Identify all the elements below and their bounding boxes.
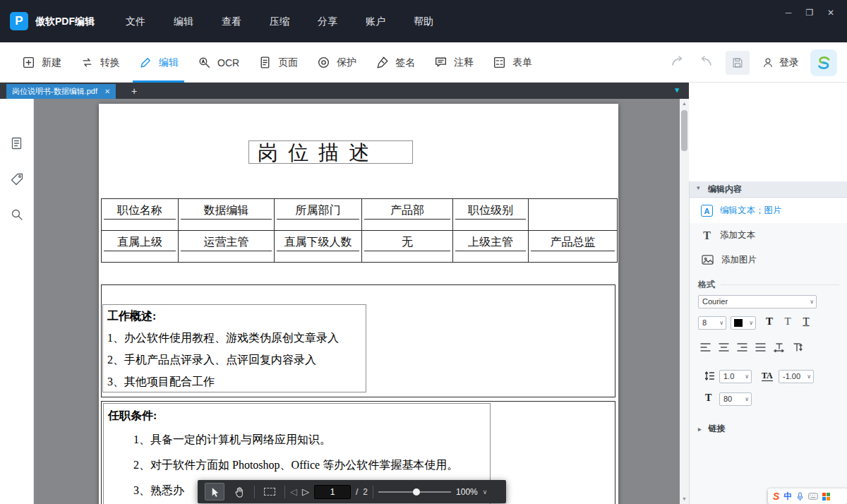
overview-heading[interactable]: 工作概述:	[107, 306, 366, 327]
table-cell[interactable]: 上级主管	[455, 233, 526, 251]
table-cell[interactable]: 无	[364, 233, 450, 251]
apowersoft-logo-button[interactable]	[810, 49, 837, 76]
align-justify-button[interactable]	[752, 341, 769, 354]
select-tool-button[interactable]	[205, 483, 224, 500]
convert-icon	[80, 55, 95, 70]
search-panel-button[interactable]	[9, 207, 25, 222]
align-left-button[interactable]	[697, 341, 714, 354]
table-cell[interactable]: 运营主管	[181, 233, 272, 251]
document-canvas[interactable]: 岗位描述 职位名称 数据编辑 所属部门 产品部 职位级别	[34, 99, 689, 504]
table-cell[interactable]: 数据编辑	[181, 201, 272, 220]
undo-button[interactable]	[697, 53, 714, 73]
thumbnails-panel-button[interactable]	[9, 136, 25, 151]
next-page-button[interactable]: ▷	[302, 486, 309, 497]
requirements-item[interactable]: 1、具备一定的计算机与网络应用知识。	[108, 427, 490, 452]
horizontal-scale-select[interactable]: 80 ∨	[719, 392, 752, 406]
close-button[interactable]: ✕	[820, 3, 841, 23]
edit-label: 编辑	[159, 56, 179, 69]
divider	[721, 284, 839, 285]
login-button[interactable]: 登录	[761, 56, 799, 70]
table-cell[interactable]: 职位级别	[455, 201, 526, 220]
pages-button[interactable]: 页面	[258, 42, 298, 83]
tab-close-icon[interactable]: ✕	[104, 88, 110, 95]
ime-mic-icon[interactable]	[796, 492, 804, 501]
sign-button[interactable]: 签名	[375, 42, 415, 83]
overview-item[interactable]: 2、手机产品点评录入、点评回复内容录入	[107, 349, 366, 371]
menu-account[interactable]: 账户	[352, 0, 400, 42]
align-right-button[interactable]	[733, 341, 750, 354]
new-tab-button[interactable]: +	[127, 84, 141, 98]
tab-active-document[interactable]: 岗位说明书-数据编辑.pdf ✕	[6, 84, 116, 99]
italic-button[interactable]: T	[780, 316, 795, 330]
add-text-button[interactable]: T 添加文本	[690, 223, 847, 248]
menu-file[interactable]: 文件	[112, 0, 160, 42]
page-separator: /	[356, 487, 358, 497]
table-cell[interactable]: 直属下级人数	[277, 233, 359, 251]
hand-icon	[234, 486, 245, 498]
overview-item[interactable]: 1、办公软件使用教程、游戏类伪原创文章录入	[107, 327, 366, 349]
font-family-select[interactable]: Courier ∨	[698, 295, 817, 308]
convert-button[interactable]: 转换	[80, 42, 120, 83]
chevron-down-icon: ∨	[719, 320, 723, 326]
requirements-heading[interactable]: 任职条件:	[108, 404, 490, 427]
menu-help[interactable]: 帮助	[400, 0, 447, 42]
line-spacing-value: 1.0	[723, 372, 734, 380]
scroll-down-icon[interactable]: ▼	[680, 494, 689, 504]
previous-page-button[interactable]: ◁	[290, 486, 297, 497]
align-center-button[interactable]	[715, 341, 732, 354]
ime-toolbox-icon[interactable]	[822, 493, 830, 500]
redo-button[interactable]	[669, 53, 686, 73]
zoom-slider-knob[interactable]	[413, 488, 420, 496]
menu-edit[interactable]: 编辑	[160, 0, 208, 42]
requirements-item[interactable]: 2、对于软件方面如 Photoshop、Office 等办公软件掌握基本使用。	[108, 452, 490, 478]
zoom-dropdown-icon[interactable]: ∨	[483, 488, 488, 496]
menu-compress[interactable]: 压缩	[256, 0, 304, 42]
edit-text-image-button[interactable]: A 编辑文本；图片	[690, 198, 847, 223]
table-cell[interactable]: 产品部	[364, 201, 450, 220]
table-cell[interactable]: 所属部门	[277, 201, 359, 220]
bold-button[interactable]: T	[762, 316, 777, 330]
link-section-toggle[interactable]: ▸ 链接	[698, 423, 726, 435]
panel-header[interactable]: ▾ 编辑内容	[690, 181, 847, 198]
table-cell[interactable]: 职位名称	[104, 201, 176, 220]
sogou-logo-icon[interactable]: S	[773, 491, 779, 501]
document-title-text[interactable]: 岗位描述	[249, 141, 412, 164]
add-image-button[interactable]: 添加图片	[690, 248, 847, 272]
new-button[interactable]: 新建	[21, 42, 61, 83]
minimize-button[interactable]: ─	[778, 3, 799, 23]
page-number-input[interactable]: 1	[314, 485, 351, 499]
font-color-select[interactable]: ∨	[731, 316, 756, 330]
line-spacing-select[interactable]: 1.0 ∨	[719, 370, 752, 383]
title-edit-box[interactable]: 岗位描述	[248, 140, 413, 164]
underline-button[interactable]: T	[798, 316, 814, 330]
scroll-up-icon[interactable]: ▲	[680, 99, 689, 109]
ime-language-toggle[interactable]: 中	[783, 492, 792, 500]
form-button[interactable]: 表单	[492, 42, 532, 83]
format-section-label: 格式	[698, 279, 839, 291]
char-height-button[interactable]	[788, 341, 805, 354]
scrollbar-thumb[interactable]	[681, 110, 687, 151]
marquee-zoom-button[interactable]	[260, 483, 280, 500]
zoom-slider[interactable]	[378, 485, 451, 499]
save-button[interactable]	[726, 51, 750, 75]
table-cell[interactable]: 直属上级	[104, 233, 176, 251]
protect-button[interactable]: 保护	[316, 42, 356, 83]
bookmarks-panel-button[interactable]	[9, 172, 25, 187]
ime-keyboard-icon[interactable]	[808, 493, 818, 500]
hand-tool-button[interactable]	[229, 483, 249, 500]
overview-edit-box[interactable]: 工作概述: 1、办公软件使用教程、游戏类伪原创文章录入 2、手机产品点评录入、点…	[102, 304, 366, 392]
menu-share[interactable]: 分享	[304, 0, 352, 42]
maximize-button[interactable]: ❐	[799, 3, 820, 23]
comment-button[interactable]: 注释	[433, 42, 474, 83]
tab-list-dropdown-icon[interactable]: ▾	[675, 85, 679, 95]
vertical-scrollbar[interactable]: ▲ ▼	[680, 99, 689, 504]
char-spacing-select[interactable]: -1.00 ∨	[779, 370, 814, 383]
ocr-button[interactable]: OCR	[197, 42, 239, 83]
char-width-button[interactable]	[770, 341, 787, 354]
edit-button[interactable]: 编辑	[138, 42, 179, 83]
menu-view[interactable]: 查看	[208, 0, 256, 42]
table-cell[interactable]: 产品总监	[531, 233, 615, 251]
table-cell-empty[interactable]	[531, 201, 615, 220]
overview-item[interactable]: 3、其他项目配合工作	[107, 371, 366, 392]
font-size-select[interactable]: 8 ∨	[698, 316, 726, 330]
